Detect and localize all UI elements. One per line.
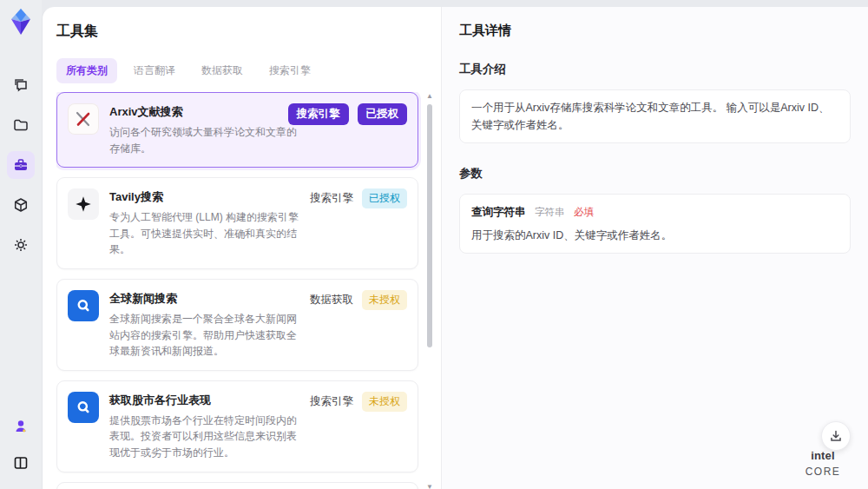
arxiv-icon [68,103,99,135]
tool-card-global-news[interactable]: 全球新闻搜索 全球新闻搜索是一个聚合全球各大新闻网站内容的搜索引擎。帮助用户快速… [56,279,418,371]
tab-all-categories[interactable]: 所有类别 [56,58,117,83]
intro-box: 一个用于从Arxiv存储库搜索科学论文和文章的工具。 输入可以是Arxiv ID… [459,89,851,143]
parameter-type: 字符串 [535,207,565,217]
category-label: 数据获取 [310,293,353,307]
user-avatar-icon[interactable] [7,413,35,440]
category-label: 搜索引擎 [310,394,353,409]
tool-description: 专为人工智能代理 (LLM) 构建的搜索引擎工具。可快速提供实时、准确和真实的结… [109,209,303,258]
package-icon[interactable] [7,191,35,219]
tavily-star-icon [68,188,99,220]
tool-description: 访问各个研究领域大量科学论文和文章的存储库。 [109,124,303,156]
tool-name: 全球新闻搜索 [109,291,303,307]
status-badge: 已授权 [362,188,407,208]
tool-details-pane: 工具详情 工具介绍 一个用于从Arxiv存储库搜索科学论文和文章的工具。 输入可… [441,7,868,489]
category-label: 搜索引擎 [310,191,353,206]
intro-text: 一个用于从Arxiv存储库搜索科学论文和文章的工具。 输入可以是Arxiv ID… [471,99,838,134]
parameter-box: 查询字符串 字符串 必填 用于搜索的Arxiv ID、关键字或作者姓名。 [459,194,851,254]
details-title: 工具详情 [459,23,851,39]
tab-language-translation[interactable]: 语言翻译 [124,58,185,83]
page-title: 工具集 [56,23,441,41]
sidebar [0,0,42,489]
status-badge: 未授权 [362,392,407,412]
tools-list-pane: 工具集 所有类别 语言翻译 数据获取 搜索引擎 A [43,7,441,489]
tool-card-most-active-stocks[interactable]: 获取市场最活跃股票信息 提供当天交易量最高的股票列表，投资者可以利用这些信息来识… [56,482,418,489]
parameter-name: 查询字符串 [471,206,526,218]
params-heading: 参数 [459,166,851,182]
core-wordmark: CORE [806,466,841,478]
tool-name: 获取股市各行业表现 [109,393,303,408]
chat-icon[interactable] [7,71,35,99]
intro-heading: 工具介绍 [459,62,851,77]
tab-search-engine[interactable]: 搜索引擎 [260,58,320,83]
scrollbar-up-arrow[interactable]: ▲ [425,92,434,101]
category-badge: 搜索引擎 [288,103,349,125]
tool-card-sector-performance[interactable]: 获取股市各行业表现 提供股票市场各个行业在特定时间段内的表现。投资者可以利用这些… [56,380,418,472]
tool-card-tavily[interactable]: Tavily搜索 专为人工智能代理 (LLM) 构建的搜索引擎工具。可快速提供实… [56,177,418,269]
app-logo-icon [6,7,36,36]
intel-wordmark: intel [811,449,835,462]
tool-name: Arxiv文献搜索 [109,104,303,120]
intel-core-logo: intel CORE [792,447,854,479]
list-scrollbar[interactable]: ▲ ▼ [425,92,434,489]
tool-description: 提供股票市场各个行业在特定时间段内的表现。投资者可以利用这些信息来识别表现优于或… [109,413,303,461]
news-search-icon [68,290,99,321]
scrollbar-down-arrow[interactable]: ▼ [425,483,434,489]
toolbox-icon[interactable] [7,151,35,179]
sidebar-bottom [0,413,42,477]
status-badge: 已授权 [358,103,408,125]
tool-name: Tavily搜索 [109,189,303,205]
scrollbar-thumb[interactable] [427,104,432,347]
tab-data-fetch[interactable]: 数据获取 [192,58,253,83]
main-content: 工具集 所有类别 语言翻译 数据获取 搜索引擎 A [42,7,868,489]
app-window: 工具集 所有类别 语言翻译 数据获取 搜索引擎 A [0,0,868,489]
status-badge: 未授权 [362,290,407,310]
folder-icon[interactable] [7,111,35,139]
tool-description: 全球新闻搜索是一个聚合全球各大新闻网站内容的搜索引擎。帮助用户快速获取全球最新资… [109,311,303,360]
download-button[interactable] [821,421,851,451]
tool-card-arxiv[interactable]: Arxiv文献搜索 访问各个研究领域大量科学论文和文章的存储库。 搜索引擎 已授… [56,92,418,168]
settings-gear-icon[interactable] [7,231,35,259]
tools-list: Arxiv文献搜索 访问各个研究领域大量科学论文和文章的存储库。 搜索引擎 已授… [56,92,441,489]
panel-toggle-icon[interactable] [7,449,35,477]
parameter-description: 用于搜索的Arxiv ID、关键字或作者姓名。 [471,228,838,244]
parameter-required-label: 必填 [574,207,594,217]
news-search-icon [68,392,99,423]
sidebar-nav [7,71,35,259]
category-tabs: 所有类别 语言翻译 数据获取 搜索引擎 [56,58,441,83]
